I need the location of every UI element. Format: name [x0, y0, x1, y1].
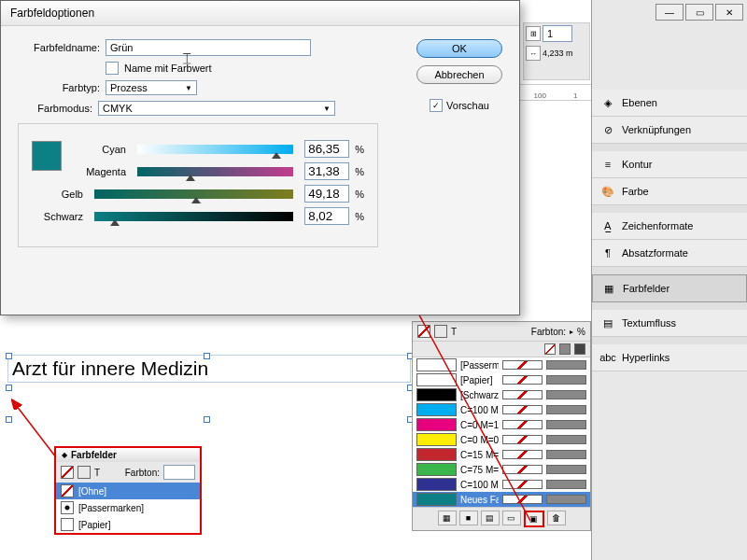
preview-label: Vorschau	[446, 100, 489, 111]
name-with-value-label: Name mit Farbwert	[124, 63, 212, 74]
preview-checkbox[interactable]: ✓	[430, 99, 443, 112]
slider-track[interactable]	[94, 189, 293, 199]
slider-value-input[interactable]	[304, 207, 349, 225]
slider-label: Gelb	[32, 189, 83, 200]
swatch-name-input[interactable]	[106, 39, 311, 56]
colortype-select[interactable]: Prozess▼	[106, 80, 197, 95]
cancel-button[interactable]: Abbrechen	[416, 65, 502, 84]
slider-value-input[interactable]	[304, 185, 349, 203]
mode-label: Farbmodus:	[18, 103, 92, 114]
slider-label: Schwarz	[32, 211, 83, 222]
slider-track[interactable]	[94, 212, 293, 221]
slider-value-input[interactable]	[304, 140, 349, 158]
color-sliders: Cyan % Magenta % Gelb % Schwarz %	[18, 123, 378, 247]
svg-line-1	[13, 401, 56, 457]
ok-button[interactable]: OK	[416, 39, 502, 58]
colormode-select[interactable]: CMYK▼	[98, 101, 335, 116]
slider-label: Magenta	[75, 166, 126, 177]
dialog-title: Farbfeldoptionen	[1, 1, 519, 26]
slider-track[interactable]	[137, 145, 293, 154]
name-with-value-checkbox[interactable]	[106, 62, 119, 75]
slider-track[interactable]	[137, 167, 293, 176]
swatch-options-dialog: Farbfeldoptionen OK Abbrechen ✓ Vorschau…	[0, 0, 520, 315]
colortype-label: Farbtyp:	[18, 82, 100, 93]
name-label: Farbfeldname:	[18, 42, 100, 53]
slider-label: Cyan	[75, 144, 126, 155]
swatch-preview	[32, 141, 62, 171]
text-cursor-icon: ⌶	[183, 50, 190, 65]
slider-value-input[interactable]	[304, 162, 349, 180]
